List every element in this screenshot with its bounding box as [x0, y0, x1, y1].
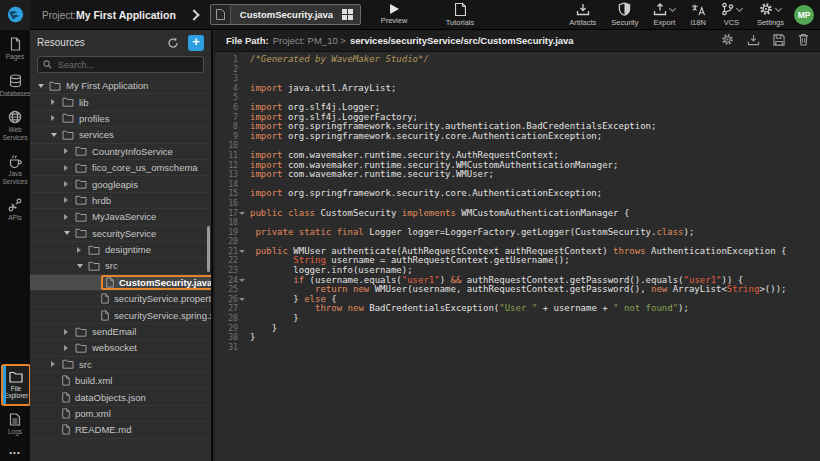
more-options-button[interactable]: •••: [0, 448, 30, 457]
tree-item-readme-md[interactable]: README.md: [30, 422, 211, 438]
fold-marker-icon[interactable]: [239, 250, 245, 253]
collapse-arrow-icon[interactable]: [51, 361, 62, 367]
refresh-icon[interactable]: [167, 37, 179, 49]
tree-item-my-first-application[interactable]: My First Application: [30, 78, 211, 94]
fold-marker-icon[interactable]: [239, 212, 245, 215]
tree-item-fico-core-us-omschema[interactable]: fico_core_us_omschema: [30, 160, 211, 176]
add-resource-button[interactable]: +: [188, 35, 204, 51]
tree-item-sendemail[interactable]: sendEmail: [30, 324, 211, 340]
tree-item-src[interactable]: src: [30, 258, 211, 274]
tree-item-profiles[interactable]: profiles: [30, 111, 211, 127]
tree-item-securityservice-spring-xml[interactable]: securityService.spring.xml: [30, 307, 211, 323]
sidebar-item-web-services[interactable]: Web Services: [0, 103, 30, 147]
folder-icon: [75, 228, 87, 238]
sidebar-item-file-explorer[interactable]: File Explorer: [1, 364, 31, 406]
folder-icon: [75, 163, 87, 173]
tree-item-label: profiles: [79, 113, 110, 124]
tree-item-myjavaservice[interactable]: MyJavaService: [30, 209, 211, 225]
security-button[interactable]: Security: [611, 2, 638, 27]
file-tree-icon: [62, 424, 70, 435]
tree-item-label: dataObjects.json: [75, 392, 146, 403]
export-button[interactable]: Export: [653, 2, 675, 27]
project-breadcrumb[interactable]: Project:My First Application: [42, 9, 176, 21]
code-line-text: throw new BadCredentialsException("User …: [241, 304, 689, 314]
expand-arrow-icon[interactable]: [51, 133, 62, 137]
tree-item-lib[interactable]: lib: [30, 94, 211, 110]
tree-item-securityservice-properties[interactable]: securityService.properties: [30, 291, 211, 307]
expand-arrow-icon[interactable]: [77, 264, 88, 268]
tree-item-label: README.md: [75, 424, 131, 435]
tutorials-doc-icon: [455, 3, 466, 16]
search-input[interactable]: [56, 59, 186, 71]
export-icon: [653, 3, 667, 16]
resource-search[interactable]: [37, 56, 204, 73]
code-line: 31: [215, 343, 820, 353]
delete-file-button[interactable]: [798, 33, 809, 48]
tree-item-label: build.xml: [75, 375, 113, 386]
collapse-arrow-icon[interactable]: [64, 148, 75, 154]
sidebar-item-label: APIs: [8, 214, 22, 222]
sidebar-item-logs[interactable]: Logs: [0, 406, 30, 442]
tree-item-label: src: [105, 260, 118, 271]
tree-item-build-xml[interactable]: build.xml: [30, 373, 211, 389]
wavemaker-logo[interactable]: [0, 0, 30, 30]
sidebar-item-databases[interactable]: Databases: [0, 67, 30, 104]
collapse-arrow-icon[interactable]: [64, 345, 75, 351]
tree-item-hrdb[interactable]: hrdb: [30, 193, 211, 209]
tree-item-services[interactable]: services: [30, 127, 211, 143]
tree-item-label: googleapis: [92, 179, 138, 190]
code-line: 9import org.springframework.security.cor…: [215, 132, 820, 142]
tree-item-label: fico_core_us_omschema: [92, 162, 198, 173]
sidebar-item-apis[interactable]: APIs: [0, 191, 30, 228]
tree-item-countryinfoservice[interactable]: CountryInfoService: [30, 144, 211, 160]
collapse-arrow-icon[interactable]: [51, 115, 62, 121]
preview-button[interactable]: Preview: [370, 3, 418, 25]
tree-item-pom-xml[interactable]: pom.xml: [30, 406, 211, 422]
sidebar-item-label: File Explorer: [3, 385, 29, 400]
folder-icon: [75, 146, 87, 156]
tree-item-dataobjects-json[interactable]: dataObjects.json: [30, 389, 211, 405]
collapse-arrow-icon[interactable]: [64, 329, 75, 335]
collapse-arrow-icon[interactable]: [64, 165, 75, 171]
settings-button[interactable]: Settings: [757, 2, 784, 27]
tree-item-designtime[interactable]: designtime: [30, 242, 211, 258]
vcs-button[interactable]: VCS: [721, 2, 742, 27]
tree-item-googleapis[interactable]: googleapis: [30, 176, 211, 192]
tree-item-label: src: [79, 359, 92, 370]
collapse-arrow-icon[interactable]: [64, 197, 75, 203]
collapse-arrow-icon[interactable]: [77, 247, 88, 253]
expand-arrow-icon[interactable]: [64, 231, 75, 235]
open-file-tab[interactable]: CustomSecurity.java: [210, 4, 361, 25]
tree-item-securityservice[interactable]: securityService: [30, 226, 211, 242]
collapse-arrow-icon[interactable]: [64, 181, 75, 187]
fold-marker-icon[interactable]: [239, 298, 245, 301]
download-file-button[interactable]: [747, 34, 760, 48]
tutorials-button[interactable]: Tutorials: [436, 3, 484, 27]
tree-item-label: securityService.properties: [114, 293, 211, 304]
collapse-arrow-icon[interactable]: [64, 214, 75, 220]
sidebar-item-java-services[interactable]: Java Services: [0, 147, 30, 191]
sidebar-item-pages[interactable]: Pages: [0, 30, 30, 67]
java-services-icon: [8, 154, 22, 168]
tree-item-websocket[interactable]: websocket: [30, 340, 211, 356]
resources-panel: Resources + My First Applicationlibprofi…: [30, 30, 213, 461]
fold-marker-icon[interactable]: [239, 279, 245, 282]
logs-icon: [9, 413, 21, 426]
artifacts-icon: [576, 3, 590, 16]
resource-tree: My First ApplicationlibprofilesservicesC…: [30, 78, 211, 439]
settings-label: Settings: [757, 18, 784, 27]
code-editor[interactable]: 1/*Generated by WaveMaker Studio*/234imp…: [215, 52, 820, 461]
grid-icon[interactable]: [342, 9, 360, 20]
file-settings-button[interactable]: [721, 33, 734, 48]
tree-item-src[interactable]: src: [30, 357, 211, 373]
artifacts-button[interactable]: Artifacts: [569, 2, 596, 27]
tree-scrollbar-thumb[interactable]: [207, 226, 210, 272]
save-file-button[interactable]: [773, 34, 785, 48]
i18n-button[interactable]: i18N: [690, 2, 705, 27]
tree-item-customsecurity-java[interactable]: CustomSecurity.java: [30, 275, 211, 291]
expand-arrow-icon[interactable]: [38, 84, 49, 88]
collapse-arrow-icon[interactable]: [51, 99, 62, 105]
tree-item-label: sendEmail: [92, 326, 136, 337]
folder-icon: [62, 359, 74, 369]
user-avatar[interactable]: MP: [794, 5, 814, 25]
